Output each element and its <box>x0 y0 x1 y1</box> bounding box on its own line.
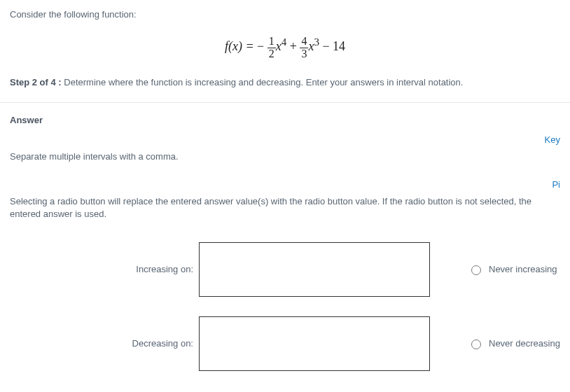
equation-display: f(x) = − 1 2 x4 + 4 3 x3 − 14 <box>10 35 560 59</box>
term1-sign: − <box>257 39 264 53</box>
term2-fraction: 4 3 <box>300 36 308 60</box>
increasing-input[interactable] <box>199 242 430 297</box>
decreasing-row: Decreasing on: Never decreasing <box>10 316 560 371</box>
never-decreasing-radio[interactable] <box>471 340 481 349</box>
never-decreasing-label: Never decreasing <box>489 337 560 350</box>
answer-heading: Answer <box>10 114 560 127</box>
never-increasing-label: Never increasing <box>489 263 557 276</box>
pi-link[interactable]: Pi <box>10 178 560 191</box>
radio-hint: Selecting a radio button will replace th… <box>10 195 560 220</box>
increasing-label: Increasing on: <box>10 263 199 276</box>
decreasing-label: Decreasing on: <box>10 337 199 350</box>
never-decreasing-option[interactable]: Never decreasing <box>468 337 560 350</box>
step-text: Determine where the function is increasi… <box>62 77 464 88</box>
decreasing-input[interactable] <box>199 316 430 371</box>
question-intro: Consider the following function: <box>10 8 560 21</box>
divider <box>0 102 570 103</box>
step-instruction: Step 2 of 4 : Determine where the functi… <box>10 76 560 89</box>
equation-lhs: f(x) = <box>225 39 257 53</box>
never-increasing-option[interactable]: Never increasing <box>468 263 557 276</box>
never-increasing-radio[interactable] <box>471 265 481 275</box>
key-link[interactable]: Key <box>10 134 560 146</box>
step-label: Step 2 of 4 : <box>10 77 62 88</box>
term1-fraction: 1 2 <box>267 36 276 60</box>
interval-hint: Separate multiple intervals with a comma… <box>10 150 560 163</box>
increasing-row: Increasing on: Never increasing <box>10 242 560 297</box>
